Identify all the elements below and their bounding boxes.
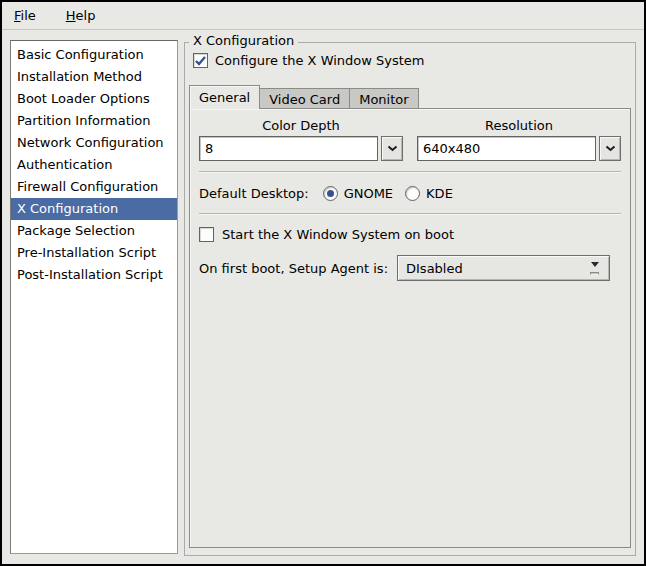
resolution-dropdown-button[interactable] bbox=[599, 136, 621, 161]
color-depth-combo: 8 bbox=[199, 136, 403, 161]
sidebar-item-basic-configuration[interactable]: Basic Configuration bbox=[11, 44, 177, 66]
resolution-entry[interactable]: 640x480 bbox=[417, 136, 596, 161]
separator bbox=[199, 171, 621, 173]
x-configuration-frame: X Configuration Configure the X Window S… bbox=[184, 42, 636, 556]
section-list: Basic Configuration Installation Method … bbox=[10, 40, 178, 554]
general-tab-panel: Color Depth 8 Resolution 640x480 bbox=[189, 108, 631, 548]
color-depth-dropdown-button[interactable] bbox=[381, 136, 403, 161]
resolution-group: Resolution 640x480 bbox=[417, 118, 621, 161]
menu-file-rest: ile bbox=[21, 8, 36, 23]
sidebar-item-pre-installation-script[interactable]: Pre-Installation Script bbox=[11, 242, 177, 264]
kickstart-configurator-window: File Help Basic Configuration Installati… bbox=[0, 0, 646, 566]
sidebar-item-post-installation-script[interactable]: Post-Installation Script bbox=[11, 264, 177, 286]
resolution-label: Resolution bbox=[417, 118, 621, 133]
setup-agent-row: On first boot, Setup Agent is: DIsabled bbox=[199, 255, 621, 281]
radio-kde[interactable]: KDE bbox=[405, 186, 453, 201]
setup-agent-label: On first boot, Setup Agent is: bbox=[199, 261, 388, 276]
sidebar-item-partition-information[interactable]: Partition Information bbox=[11, 110, 177, 132]
menu-help[interactable]: Help bbox=[58, 4, 104, 27]
radio-unselected-icon bbox=[405, 186, 420, 201]
menu-file[interactable]: File bbox=[6, 4, 44, 27]
color-depth-entry[interactable]: 8 bbox=[199, 136, 378, 161]
tab-video-card[interactable]: Video Card bbox=[259, 88, 350, 109]
sidebar-item-network-configuration[interactable]: Network Configuration bbox=[11, 132, 177, 154]
color-depth-group: Color Depth 8 bbox=[199, 118, 403, 161]
checkbox-unchecked-icon bbox=[199, 227, 214, 242]
checkbox-checked-icon bbox=[193, 53, 208, 68]
sidebar-item-installation-method[interactable]: Installation Method bbox=[11, 66, 177, 88]
default-desktop-label: Default Desktop: bbox=[199, 186, 309, 201]
radio-gnome-label: GNOME bbox=[344, 186, 393, 201]
radio-selected-icon bbox=[323, 186, 338, 201]
radio-kde-label: KDE bbox=[426, 186, 453, 201]
setup-agent-dropdown[interactable]: DIsabled bbox=[397, 255, 610, 281]
sidebar-item-package-selection[interactable]: Package Selection bbox=[11, 220, 177, 242]
default-desktop-row: Default Desktop: GNOME KDE bbox=[199, 183, 621, 203]
sidebar-item-firewall-configuration[interactable]: Firewall Configuration bbox=[11, 176, 177, 198]
start-x-on-boot-checkbox[interactable]: Start the X Window System on boot bbox=[199, 225, 621, 243]
option-menu-arrow-icon bbox=[590, 262, 599, 275]
chevron-down-icon bbox=[605, 145, 616, 152]
radio-gnome[interactable]: GNOME bbox=[323, 186, 393, 201]
start-x-on-boot-label: Start the X Window System on boot bbox=[222, 227, 454, 242]
configure-x-checkbox-label: Configure the X Window System bbox=[215, 53, 425, 68]
separator bbox=[199, 213, 621, 215]
menu-help-accel: H bbox=[66, 8, 76, 23]
sidebar-item-x-configuration[interactable]: X Configuration bbox=[11, 198, 177, 220]
setup-agent-value: DIsabled bbox=[406, 261, 590, 276]
color-depth-label: Color Depth bbox=[199, 118, 403, 133]
menubar: File Help bbox=[2, 2, 644, 30]
notebook-tabs: General Video Card Monitor bbox=[189, 85, 419, 109]
resolution-combo: 640x480 bbox=[417, 136, 621, 161]
frame-title: X Configuration bbox=[189, 33, 298, 48]
combo-row: Color Depth 8 Resolution 640x480 bbox=[199, 118, 621, 161]
configure-x-checkbox[interactable]: Configure the X Window System bbox=[193, 53, 425, 68]
sidebar-item-boot-loader-options[interactable]: Boot Loader Options bbox=[11, 88, 177, 110]
chevron-down-icon bbox=[387, 145, 398, 152]
sidebar-item-authentication[interactable]: Authentication bbox=[11, 154, 177, 176]
menu-help-rest: elp bbox=[76, 8, 96, 23]
tab-monitor[interactable]: Monitor bbox=[349, 88, 418, 109]
tab-general[interactable]: General bbox=[189, 85, 260, 109]
